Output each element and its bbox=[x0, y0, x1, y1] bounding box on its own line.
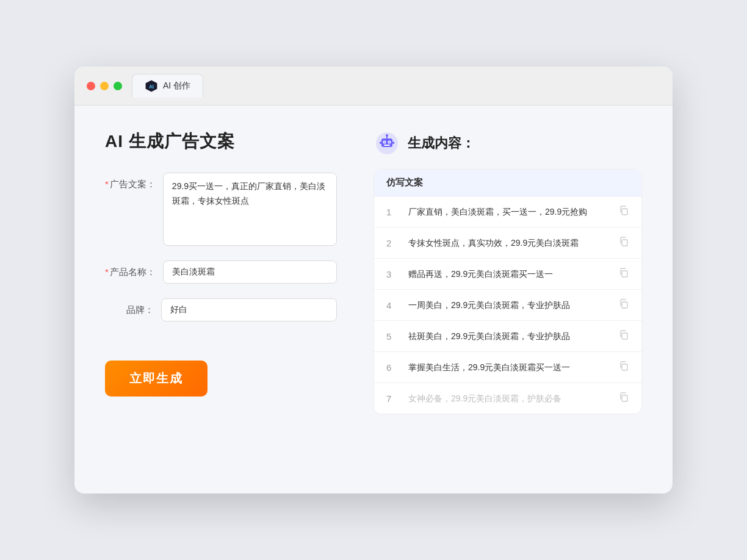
svg-rect-15 bbox=[622, 271, 627, 277]
result-rows: 1厂家直销，美白淡斑霜，买一送一，29.9元抢购 2专抹女性斑点，真实功效，29… bbox=[374, 196, 641, 414]
table-row: 7女神必备，29.9元美白淡斑霜，护肤必备 bbox=[374, 383, 641, 414]
svg-rect-13 bbox=[622, 209, 627, 215]
svg-point-6 bbox=[384, 142, 385, 143]
page-title: AI 生成广告文案 bbox=[105, 130, 337, 153]
svg-rect-19 bbox=[622, 395, 627, 401]
result-title: 生成内容： bbox=[408, 134, 475, 153]
row-number: 5 bbox=[386, 331, 399, 342]
row-text: 祛斑美白，29.9元美白淡斑霜，专业护肤品 bbox=[408, 330, 608, 343]
ai-tab-icon: AI bbox=[145, 79, 158, 93]
copy-icon[interactable] bbox=[618, 205, 629, 218]
svg-rect-12 bbox=[392, 142, 394, 144]
browser-content: AI 生成广告文案 *广告文案： *产品名称： 品牌： 立即生成 bbox=[74, 106, 673, 439]
row-number: 7 bbox=[386, 393, 399, 404]
copy-icon[interactable] bbox=[618, 329, 629, 343]
row-text: 厂家直销，美白淡斑霜，买一送一，29.9元抢购 bbox=[408, 206, 608, 218]
table-header: 仿写文案 bbox=[374, 170, 641, 196]
copy-icon[interactable] bbox=[618, 267, 629, 281]
svg-point-10 bbox=[386, 134, 388, 137]
svg-rect-8 bbox=[384, 145, 390, 146]
svg-rect-11 bbox=[380, 142, 381, 144]
row-text: 女神必备，29.9元美白淡斑霜，护肤必备 bbox=[408, 392, 608, 405]
traffic-lights bbox=[87, 82, 122, 90]
right-panel: 生成内容： 仿写文案 1厂家直销，美白淡斑霜，买一送一，29.9元抢购 2专抹女… bbox=[374, 130, 642, 414]
minimize-button[interactable] bbox=[100, 82, 109, 90]
close-button[interactable] bbox=[87, 82, 95, 90]
row-text: 一周美白，29.9元美白淡斑霜，专业护肤品 bbox=[408, 299, 608, 312]
result-header: 生成内容： bbox=[374, 130, 642, 157]
tab-ai-creation[interactable]: AI AI 创作 bbox=[132, 74, 203, 98]
svg-rect-17 bbox=[622, 333, 627, 339]
product-name-input[interactable] bbox=[163, 260, 337, 284]
result-table: 仿写文案 1厂家直销，美白淡斑霜，买一送一，29.9元抢购 2专抹女性斑点，真实… bbox=[374, 169, 642, 414]
maximize-button[interactable] bbox=[114, 82, 122, 90]
row-text: 掌握美白生活，29.9元美白淡斑霜买一送一 bbox=[408, 361, 608, 374]
copy-icon[interactable] bbox=[618, 361, 629, 374]
tab-label: AI 创作 bbox=[163, 81, 190, 92]
svg-point-7 bbox=[389, 142, 390, 143]
table-row: 4一周美白，29.9元美白淡斑霜，专业护肤品 bbox=[374, 290, 641, 321]
copy-icon[interactable] bbox=[618, 298, 629, 312]
brand-label: 品牌： bbox=[105, 298, 154, 316]
table-row: 5祛斑美白，29.9元美白淡斑霜，专业护肤品 bbox=[374, 321, 641, 352]
required-mark: * bbox=[105, 179, 109, 189]
svg-rect-18 bbox=[622, 364, 627, 370]
svg-text:AI: AI bbox=[149, 84, 154, 90]
generate-button[interactable]: 立即生成 bbox=[105, 361, 208, 397]
table-row: 3赠品再送，29.9元美白淡斑霜买一送一 bbox=[374, 259, 641, 290]
row-number: 1 bbox=[386, 207, 399, 217]
copy-icon[interactable] bbox=[618, 236, 629, 249]
required-mark-2: * bbox=[105, 267, 109, 277]
row-number: 6 bbox=[386, 362, 399, 373]
table-row: 1厂家直销，美白淡斑霜，买一送一，29.9元抢购 bbox=[374, 196, 641, 228]
table-row: 6掌握美白生活，29.9元美白淡斑霜买一送一 bbox=[374, 352, 641, 383]
svg-rect-16 bbox=[622, 302, 627, 308]
brand-group: 品牌： bbox=[105, 298, 337, 321]
robot-icon bbox=[374, 130, 400, 157]
browser-window: AI AI 创作 AI 生成广告文案 *广告文案： *产品名称： bbox=[74, 66, 673, 494]
brand-input[interactable] bbox=[161, 298, 337, 321]
ad-copy-group: *广告文案： bbox=[105, 173, 337, 246]
titlebar: AI AI 创作 bbox=[74, 66, 673, 106]
product-name-group: *产品名称： bbox=[105, 260, 337, 284]
ad-copy-label: *广告文案： bbox=[105, 173, 156, 190]
row-text: 专抹女性斑点，真实功效，29.9元美白淡斑霜 bbox=[408, 237, 608, 249]
row-text: 赠品再送，29.9元美白淡斑霜买一送一 bbox=[408, 268, 608, 281]
table-row: 2专抹女性斑点，真实功效，29.9元美白淡斑霜 bbox=[374, 228, 641, 259]
row-number: 3 bbox=[386, 269, 399, 279]
product-name-label: *产品名称： bbox=[105, 260, 156, 278]
left-panel: AI 生成广告文案 *广告文案： *产品名称： 品牌： 立即生成 bbox=[105, 130, 337, 414]
svg-rect-14 bbox=[622, 240, 627, 246]
copy-icon[interactable] bbox=[618, 392, 629, 405]
row-number: 4 bbox=[386, 300, 399, 311]
ad-copy-input[interactable] bbox=[163, 173, 337, 246]
row-number: 2 bbox=[386, 238, 399, 248]
